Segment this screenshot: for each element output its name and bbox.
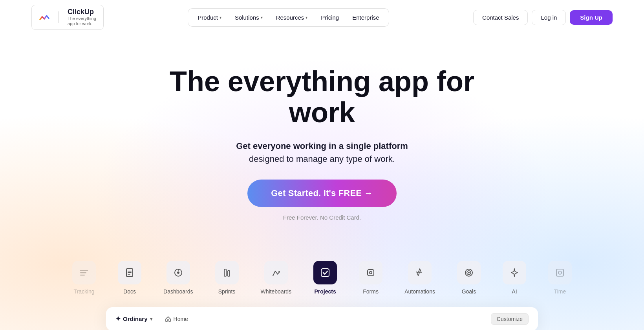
tab-icon-automations-wrap bbox=[408, 261, 432, 284]
tab-label-dashboards: Dashboards bbox=[163, 288, 193, 295]
svg-rect-9 bbox=[224, 269, 226, 276]
chevron-down-icon: ▾ bbox=[261, 15, 263, 20]
automations-icon bbox=[414, 267, 425, 278]
hero-fine-print: Free Forever. No Credit Card. bbox=[283, 214, 361, 221]
customize-button[interactable]: Customize bbox=[491, 313, 529, 325]
nav-item-enterprise[interactable]: Enterprise bbox=[347, 11, 384, 24]
logo[interactable]: ClickUp The everything app for work. bbox=[31, 5, 104, 30]
tab-item-projects[interactable]: Projects bbox=[302, 256, 348, 299]
logo-divider bbox=[59, 11, 59, 23]
login-button[interactable]: Log in bbox=[532, 10, 566, 25]
tab-label-ai: AI bbox=[512, 288, 517, 295]
logo-tagline-line2: app for work. bbox=[68, 21, 96, 26]
svg-rect-1 bbox=[80, 272, 86, 273]
tab-item-whiteboards[interactable]: Whiteboards bbox=[250, 256, 303, 299]
hero-subtitle-strong: Get everyone working in a single platfor… bbox=[236, 141, 408, 151]
tab-item-goals[interactable]: Goals bbox=[446, 256, 492, 299]
svg-rect-12 bbox=[321, 269, 329, 277]
tab-item-sprints[interactable]: Sprints bbox=[204, 256, 250, 299]
tab-icon-sprints-wrap bbox=[215, 261, 239, 284]
tab-icon-docs-wrap bbox=[118, 261, 141, 284]
tab-icon-time-wrap bbox=[548, 261, 572, 284]
tab-icon-dashboards-wrap bbox=[166, 261, 190, 284]
preview-nav-home-label: Home bbox=[174, 316, 188, 322]
time-icon bbox=[554, 267, 565, 278]
preview-logo-star-icon: ✦ bbox=[115, 315, 121, 323]
tab-item-docs[interactable]: Docs bbox=[107, 256, 152, 299]
logo-text: ClickUp The everything app for work. bbox=[68, 8, 96, 26]
tab-item-forms[interactable]: Forms bbox=[348, 256, 393, 299]
tab-label-projects: Projects bbox=[315, 288, 336, 295]
tab-label-goals: Goals bbox=[462, 288, 476, 295]
goals-icon bbox=[463, 267, 474, 278]
tab-item-tracking[interactable]: Tracking bbox=[61, 256, 107, 299]
tracking-icon bbox=[79, 267, 90, 278]
feature-tabs: Tracking Docs Dashboards bbox=[0, 256, 644, 299]
nav-item-solutions[interactable]: Solutions ▾ bbox=[229, 11, 268, 24]
navbar: ClickUp The everything app for work. Pro… bbox=[0, 0, 644, 35]
tab-icon-whiteboards-wrap bbox=[264, 261, 288, 284]
tab-icon-forms-wrap bbox=[359, 261, 382, 284]
tab-item-dashboards[interactable]: Dashboards bbox=[152, 256, 204, 299]
svg-rect-10 bbox=[228, 271, 230, 276]
nav-left: ClickUp The everything app for work. bbox=[31, 5, 104, 30]
tab-label-docs: Docs bbox=[123, 288, 136, 295]
contact-sales-button[interactable]: Contact Sales bbox=[473, 10, 528, 25]
forms-icon bbox=[365, 267, 376, 278]
svg-point-18 bbox=[468, 272, 470, 273]
nav-right: Contact Sales Log in Sign Up bbox=[473, 10, 613, 25]
tab-icon-projects-wrap bbox=[313, 261, 337, 284]
svg-rect-19 bbox=[556, 269, 564, 276]
preview-logo: ✦ Ordinary ▾ bbox=[115, 315, 152, 323]
preview-logo-label: Ordinary bbox=[123, 315, 148, 322]
sprints-icon bbox=[221, 267, 232, 278]
hero-subtitle: Get everyone working in a single platfor… bbox=[236, 139, 408, 165]
nav-item-product[interactable]: Product ▾ bbox=[192, 11, 227, 24]
tab-label-time: Time bbox=[554, 288, 566, 295]
preview-nav-home[interactable]: Home bbox=[160, 314, 193, 324]
chevron-down-icon: ▾ bbox=[306, 15, 307, 20]
get-started-button[interactable]: Get Started. It's FREE → bbox=[247, 180, 396, 207]
preview-dropdown-icon: ▾ bbox=[150, 316, 152, 322]
docs-icon bbox=[124, 267, 135, 278]
logo-tagline-line1: The everything bbox=[68, 16, 96, 21]
hero-section: The everything app for work Get everyone… bbox=[0, 35, 644, 256]
dashboards-icon bbox=[173, 267, 184, 278]
svg-rect-2 bbox=[80, 275, 85, 276]
tab-item-ai[interactable]: AI bbox=[492, 256, 537, 299]
tab-icon-ai-wrap bbox=[503, 261, 526, 284]
svg-point-11 bbox=[278, 271, 280, 273]
tab-item-time[interactable]: Time bbox=[537, 256, 583, 299]
tab-icon-goals-wrap bbox=[457, 261, 481, 284]
nav-item-resources[interactable]: Resources ▾ bbox=[271, 11, 313, 24]
hero-title: The everything app for work bbox=[145, 66, 499, 128]
svg-point-20 bbox=[558, 271, 562, 274]
home-icon bbox=[165, 316, 171, 322]
logo-name: ClickUp bbox=[68, 8, 96, 16]
preview-card: ✦ Ordinary ▾ Home Customize bbox=[106, 307, 538, 330]
tab-icon-tracking-wrap bbox=[72, 261, 96, 284]
ai-icon bbox=[509, 267, 520, 278]
signup-button[interactable]: Sign Up bbox=[570, 10, 613, 25]
chevron-down-icon: ▾ bbox=[220, 15, 221, 20]
tab-label-whiteboards: Whiteboards bbox=[261, 288, 292, 295]
svg-rect-0 bbox=[80, 270, 88, 271]
tab-label-forms: Forms bbox=[363, 288, 379, 295]
tab-label-automations: Automations bbox=[404, 288, 435, 295]
svg-marker-15 bbox=[417, 269, 421, 276]
projects-icon bbox=[320, 267, 331, 278]
tab-label-tracking: Tracking bbox=[73, 288, 94, 295]
clickup-logo-icon bbox=[39, 12, 50, 23]
whiteboards-icon bbox=[271, 267, 282, 278]
hero-subtitle-rest: designed to manage any type of work. bbox=[249, 154, 395, 164]
svg-rect-13 bbox=[368, 270, 374, 276]
nav-center: Product ▾ Solutions ▾ Resources ▾ Pricin… bbox=[188, 8, 389, 27]
tab-label-sprints: Sprints bbox=[218, 288, 236, 295]
nav-item-pricing[interactable]: Pricing bbox=[315, 11, 344, 24]
tab-item-automations[interactable]: Automations bbox=[393, 256, 446, 299]
svg-point-14 bbox=[370, 271, 372, 274]
svg-point-8 bbox=[177, 271, 179, 274]
